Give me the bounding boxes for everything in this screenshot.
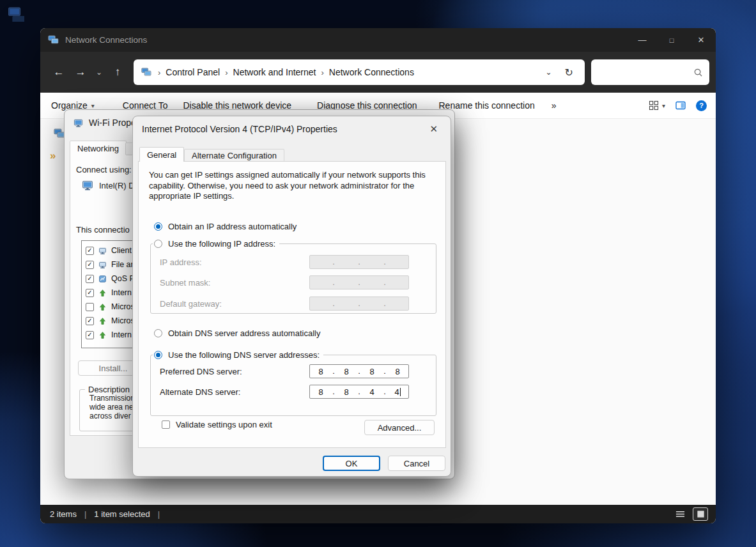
- navigation-bar: ← → ⌄ ↑ › Control Panel › Network and In…: [40, 52, 716, 93]
- cancel-button[interactable]: Cancel: [388, 456, 445, 471]
- description-line: across diver: [89, 412, 135, 420]
- tab-general[interactable]: General: [139, 147, 184, 162]
- history-dropdown-button[interactable]: ⌄: [91, 62, 107, 82]
- preferred-dns-label: Preferred DNS server:: [160, 367, 242, 376]
- refresh-icon[interactable]: ↻: [559, 66, 580, 79]
- forward-button[interactable]: →: [70, 62, 91, 82]
- radio-use-ip[interactable]: Use the following IP address:: [153, 239, 279, 249]
- status-separator: |: [158, 509, 160, 519]
- static-ip-group: IP address: . . . Subnet mask: . . .: [150, 243, 436, 314]
- status-bar: 2 items | 1 item selected |: [40, 505, 716, 523]
- item-label: QoS P: [111, 274, 135, 283]
- item-checkbox[interactable]: ✓: [86, 247, 94, 255]
- item-checkbox[interactable]: ✓: [86, 317, 94, 325]
- address-bar[interactable]: › Control Panel › Network and Internet ›…: [134, 59, 585, 85]
- tab-networking[interactable]: Networking: [70, 141, 127, 155]
- alternate-dns-row: Alternate DNS server: 8. 8. 4. 4: [160, 385, 428, 399]
- desktop-icon[interactable]: [8, 5, 24, 24]
- breadcrumb-control-panel[interactable]: Control Panel: [164, 67, 221, 77]
- breadcrumb-network-connections[interactable]: Network Connections: [328, 67, 415, 77]
- chevron-down-icon: ▾: [91, 102, 95, 109]
- location-icon: [141, 67, 151, 77]
- ipv4-dialog-titlebar[interactable]: Internet Protocol Version 4 (TCP/IPv4) P…: [133, 116, 451, 142]
- alternate-dns-field[interactable]: 8. 8. 4. 4: [309, 385, 409, 399]
- ok-button[interactable]: OK: [323, 456, 380, 471]
- adapter-name: Intel(R) D: [99, 181, 135, 190]
- validate-label: Validate settings upon exit: [176, 420, 272, 429]
- subnet-mask-label: Subnet mask:: [160, 278, 211, 288]
- radio-button-selected[interactable]: [154, 222, 162, 231]
- address-dropdown-icon[interactable]: ⌄: [539, 68, 559, 77]
- qos-icon: [98, 275, 107, 283]
- alternate-dns-label: Alternate DNS server:: [160, 387, 240, 397]
- item-checkbox[interactable]: [86, 303, 94, 311]
- caption-buttons: — □ ✕: [628, 28, 716, 52]
- desktop: Network Connections — □ ✕ ← → ⌄ ↑: [0, 0, 756, 547]
- radio-button[interactable]: [154, 329, 162, 337]
- wifi-dialog-icon: [73, 118, 83, 128]
- radio-use-dns-label: Use the following DNS server addresses:: [168, 350, 320, 360]
- item-label: Micros: [111, 316, 135, 325]
- preferred-dns-field[interactable]: 8. 8. 8. 8: [309, 364, 409, 378]
- minimize-button[interactable]: —: [628, 28, 657, 52]
- radio-use-dns[interactable]: Use the following DNS server addresses:: [153, 350, 323, 360]
- radio-button[interactable]: [154, 240, 162, 248]
- item-checkbox[interactable]: ✓: [86, 275, 94, 283]
- connection-status-icon: »: [50, 150, 56, 162]
- up-button[interactable]: ↑: [107, 62, 128, 82]
- preview-pane-button[interactable]: [675, 100, 686, 111]
- validate-checkbox[interactable]: [162, 420, 170, 429]
- help-button[interactable]: ?: [696, 100, 707, 111]
- default-gateway-label: Default gateway:: [160, 299, 222, 309]
- search-input[interactable]: [599, 68, 690, 77]
- wifi-dialog-title: Wi-Fi Proper: [89, 118, 139, 128]
- general-tab-panel: You can get IP settings assigned automat…: [138, 161, 446, 448]
- toolbar-overflow-button[interactable]: »: [552, 100, 557, 111]
- item-checkbox[interactable]: ✓: [86, 331, 94, 339]
- details-view-button[interactable]: [672, 507, 688, 521]
- ip-address-field: . . .: [309, 255, 409, 269]
- crumb-separator: ›: [154, 68, 164, 77]
- item-label: Client: [111, 246, 132, 255]
- maximize-button[interactable]: □: [657, 28, 686, 52]
- radio-button-selected[interactable]: [154, 351, 162, 359]
- intro-text: You can get IP settings assigned automat…: [149, 170, 438, 202]
- radio-obtain-dns[interactable]: Obtain DNS server address automatically: [154, 328, 320, 338]
- search-box[interactable]: [591, 59, 709, 85]
- radio-obtain-ip[interactable]: Obtain an IP address automatically: [154, 222, 297, 231]
- validate-settings-checkbox-row[interactable]: Validate settings upon exit: [162, 420, 272, 429]
- description-label: Description: [85, 385, 133, 394]
- status-view-buttons: [672, 507, 708, 521]
- change-view-button[interactable]: ▾: [649, 100, 665, 111]
- dns-last-octet: 4: [394, 387, 399, 397]
- search-icon[interactable]: [693, 68, 703, 77]
- default-gateway-row: Default gateway: . . .: [160, 297, 428, 311]
- preview-pane-icon: [675, 100, 686, 111]
- title-bar[interactable]: Network Connections — □ ✕: [40, 28, 716, 52]
- advanced-button[interactable]: Advanced...: [364, 420, 435, 435]
- back-button[interactable]: ←: [48, 62, 70, 82]
- subnet-mask-row: Subnet mask: . . .: [160, 275, 428, 290]
- description-line: Transmission: [89, 394, 135, 403]
- status-separator: |: [84, 509, 86, 519]
- client-icon: [98, 247, 107, 255]
- tab-alternate-configuration[interactable]: Alternate Configuration: [184, 149, 284, 161]
- ipv4-properties-dialog: Internet Protocol Version 4 (TCP/IPv4) P…: [132, 116, 451, 477]
- window-title: Network Connections: [65, 35, 147, 45]
- item-checkbox[interactable]: ✓: [86, 261, 94, 269]
- protocol-icon: [98, 317, 107, 325]
- close-button[interactable]: ✕: [686, 28, 716, 52]
- breadcrumb-network-and-internet[interactable]: Network and Internet: [232, 67, 318, 77]
- item-label: Intern: [111, 288, 132, 297]
- protocol-icon: [98, 303, 107, 311]
- network-connections-icon: [48, 35, 59, 45]
- default-gateway-field: . . .: [309, 297, 409, 311]
- dialog-close-icon[interactable]: ✕: [426, 122, 442, 136]
- text-cursor: [400, 388, 401, 396]
- rename-connection-button[interactable]: Rename this connection: [439, 100, 535, 111]
- item-checkbox[interactable]: ✓: [86, 289, 94, 297]
- crumb-separator: ›: [317, 68, 327, 77]
- description-line: wide area ne: [89, 403, 135, 412]
- preferred-dns-row: Preferred DNS server: 8. 8. 8. 8: [160, 364, 428, 379]
- large-icons-view-button[interactable]: [693, 507, 708, 521]
